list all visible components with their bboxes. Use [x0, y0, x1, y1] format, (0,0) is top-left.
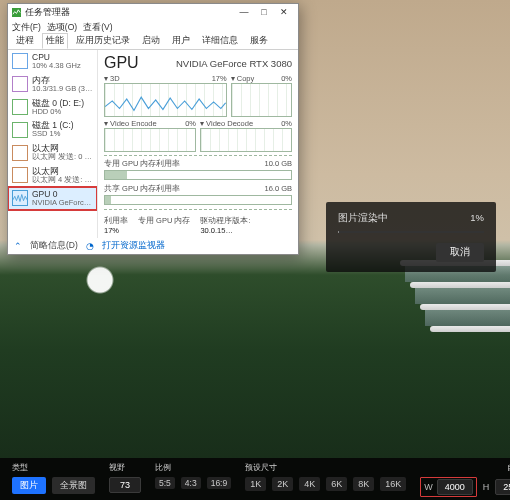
dedicated-mem-total: 10.0 GB	[264, 159, 292, 169]
ratio-label: 比例	[155, 462, 171, 473]
main-title: GPU	[104, 54, 139, 72]
shared-mem-label: 共享 GPU 内存利用率	[104, 184, 180, 194]
fewer-details-button[interactable]: 简略信息(D)	[30, 240, 78, 252]
graph-venc-label[interactable]: Video Encode	[110, 119, 157, 128]
graph-venc-box	[104, 128, 196, 152]
sidebar-item-disk-0[interactable]: 磁盘 0 (D: E:)HDD 0%	[8, 96, 97, 119]
graph-3d-pct: 17%	[212, 74, 227, 83]
tab-app-history[interactable]: 应用历史记录	[72, 33, 134, 49]
sidebar-item-disk-1[interactable]: 磁盘 1 (C:)SSD 1%	[8, 118, 97, 141]
render-progress-bar	[338, 231, 484, 233]
preset-8k-button[interactable]: 8K	[353, 477, 374, 491]
render-progress-percent: 1%	[470, 212, 484, 225]
preset-16k-button[interactable]: 16K	[380, 477, 406, 491]
graph-3d-box	[104, 83, 227, 117]
preset-2k-button[interactable]: 2K	[272, 477, 293, 491]
preset-1k-button[interactable]: 1K	[245, 477, 266, 491]
render-status-label: 图片渲染中	[338, 212, 388, 225]
stat-dedicated-label: 专用 GPU 内存	[138, 216, 190, 226]
building-render	[400, 260, 510, 340]
type-panorama-button[interactable]: 全景图	[52, 477, 95, 494]
minimize-button[interactable]: —	[234, 4, 254, 21]
custom-height-input[interactable]: 2554	[495, 479, 510, 495]
ratio-16-9-button[interactable]: 16:9	[207, 477, 232, 489]
gpu-stats-row: 利用率17% 专用 GPU 内存 驱动程序版本:30.0.15…	[104, 216, 292, 235]
taskmgr-footer: ⌃ 简略信息(D) ◔ 打开资源监视器	[8, 238, 298, 254]
ratio-5-5-button[interactable]: 5:5	[155, 477, 175, 489]
custom-h-label: H	[483, 482, 490, 492]
sidebar-item-cpu[interactable]: CPU10% 4.38 GHz	[8, 50, 97, 73]
ratio-4-3-button[interactable]: 4:3	[181, 477, 201, 489]
maximize-button[interactable]: □	[254, 4, 274, 21]
sidebar-item-gpu-0[interactable]: GPU 0NVIDIA GeForce… 17% (51 °C)	[8, 187, 97, 210]
dedicated-mem-bar	[104, 170, 292, 180]
type-label: 类型	[12, 462, 28, 473]
graph-vdec-label[interactable]: Video Decode	[206, 119, 253, 128]
tab-services[interactable]: 服务	[246, 33, 272, 49]
shared-mem-total: 16.0 GB	[264, 184, 292, 194]
taskmgr-app-icon	[12, 8, 21, 17]
stat-driver-value: 30.0.15…	[200, 226, 233, 235]
stat-driver-label: 驱动程序版本:	[200, 216, 250, 226]
task-manager-window: 任务管理器 — □ ✕ 文件(F) 选项(O) 查看(V) 进程 性能 应用历史…	[7, 3, 299, 255]
dedicated-mem-label: 专用 GPU 内存利用率	[104, 159, 180, 169]
graph-copy-pct: 0%	[281, 74, 292, 83]
sidebar-item-ethernet-1[interactable]: 以太网以太网 发送: 0 接收: 0 Kbps	[8, 141, 97, 164]
graph-copy-box	[231, 83, 292, 117]
tab-startup[interactable]: 启动	[138, 33, 164, 49]
render-progress-panel: 图片渲染中 1% 取消	[326, 202, 496, 272]
render-cancel-button[interactable]: 取消	[436, 243, 484, 262]
group-type: 类型 图片 全景图	[12, 462, 95, 496]
group-ratio: 比例 5:5 4:3 16:9	[155, 462, 231, 496]
stat-util-label: 利用率	[104, 216, 128, 226]
fov-value-input[interactable]: 73	[109, 477, 141, 493]
tab-details[interactable]: 详细信息	[198, 33, 242, 49]
tab-users[interactable]: 用户	[168, 33, 194, 49]
open-resource-monitor-link[interactable]: 打开资源监视器	[102, 240, 165, 252]
fov-label: 视野	[109, 462, 125, 473]
graph-venc-pct: 0%	[185, 119, 196, 128]
group-fov: 视野 73	[109, 462, 141, 496]
sidebar-item-memory[interactable]: 内存10.3/31.9 GB (32%)	[8, 73, 97, 96]
graph-copy-label[interactable]: Copy	[237, 74, 255, 83]
custom-width-input[interactable]: 4000	[437, 479, 473, 495]
shared-mem-bar	[104, 195, 292, 205]
graph-vdec-box	[200, 128, 292, 152]
stat-util-value: 17%	[104, 226, 119, 235]
resource-monitor-icon: ◔	[86, 241, 94, 251]
gpu-device-name: NVIDIA GeForce RTX 3080	[176, 58, 292, 69]
graph-3d-label[interactable]: 3D	[110, 74, 120, 83]
graph-vdec-pct: 0%	[281, 119, 292, 128]
fewer-details-chevron-icon[interactable]: ⌃	[14, 241, 22, 251]
custom-width-box: W 4000	[420, 477, 477, 497]
group-preset: 预设尺寸 1K 2K 4K 6K 8K 16K	[245, 462, 406, 496]
gpu-mini-graph-icon	[13, 191, 27, 205]
titlebar[interactable]: 任务管理器 — □ ✕	[8, 4, 298, 21]
preset-6k-button[interactable]: 6K	[326, 477, 347, 491]
bottom-settings-bar: 类型 图片 全景图 视野 73 比例 5:5 4:3 16:9 预设尺寸 1K …	[0, 458, 510, 500]
type-image-button[interactable]: 图片	[12, 477, 46, 494]
perf-main: GPU NVIDIA GeForce RTX 3080 ▾ 3D17% ▾ Co…	[98, 50, 298, 238]
preset-4k-button[interactable]: 4K	[299, 477, 320, 491]
sidebar-item-ethernet-2[interactable]: 以太网以太网 4 发送: 0 接收: 0 Kbps	[8, 164, 97, 187]
tab-strip: 进程 性能 应用历史记录 启动 用户 详细信息 服务	[8, 35, 298, 50]
perf-sidebar: CPU10% 4.38 GHz 内存10.3/31.9 GB (32%) 磁盘 …	[8, 50, 98, 238]
close-button[interactable]: ✕	[274, 4, 294, 21]
tab-processes[interactable]: 进程	[12, 33, 38, 49]
tab-performance[interactable]: 性能	[42, 33, 68, 49]
preset-label: 预设尺寸	[245, 462, 277, 473]
group-custom: 自定义 W 4000 H 2554	[420, 462, 510, 496]
window-title: 任务管理器	[25, 6, 70, 19]
custom-w-label: W	[424, 482, 433, 492]
